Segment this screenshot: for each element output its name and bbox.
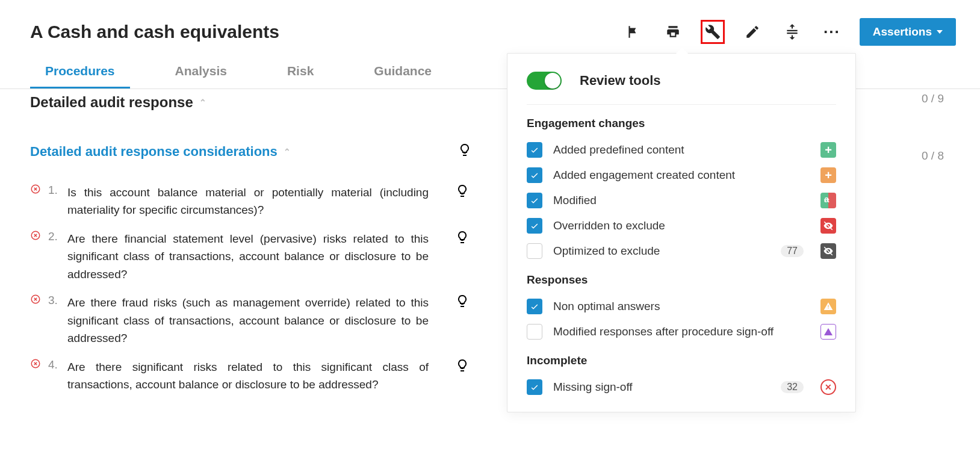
chevron-up-icon: ⌃ xyxy=(284,147,291,157)
edit-icon[interactable] xyxy=(740,20,764,44)
modified-icon xyxy=(820,193,836,208)
filter-option[interactable]: Missing sign-off 32 xyxy=(527,374,836,400)
chevron-up-icon: ⌃ xyxy=(199,98,206,107)
required-icon xyxy=(30,358,41,369)
subsection-count: 0 / 8 xyxy=(922,149,944,163)
option-label: Non optimal answers xyxy=(553,300,810,313)
bulb-icon[interactable] xyxy=(455,358,470,375)
checkbox[interactable] xyxy=(527,299,542,314)
eye-slash-icon xyxy=(820,243,836,259)
tab-procedures[interactable]: Procedures xyxy=(30,58,130,89)
group-title: Engagement changes xyxy=(527,117,836,130)
page-title: A Cash and cash equivalents xyxy=(30,22,279,42)
option-label: Modified xyxy=(553,194,810,207)
review-tools-panel: Review tools Engagement changes Added pr… xyxy=(507,53,856,412)
checkbox[interactable] xyxy=(527,379,542,395)
section-count: 0 / 9 xyxy=(922,92,944,105)
option-label: Optimized to exclude xyxy=(553,244,770,258)
tools-icon[interactable] xyxy=(701,20,725,44)
filter-option[interactable]: Added engagement created content + xyxy=(527,163,836,188)
tab-risk[interactable]: Risk xyxy=(272,58,329,89)
checkbox[interactable] xyxy=(527,243,542,259)
checkbox[interactable] xyxy=(527,193,542,208)
flag-icon[interactable] xyxy=(621,20,645,44)
more-icon[interactable]: ··· xyxy=(820,20,844,44)
print-icon[interactable] xyxy=(661,20,685,44)
warning-icon xyxy=(820,299,836,314)
filter-option[interactable]: Non optimal answers xyxy=(527,294,836,319)
bulb-icon[interactable] xyxy=(457,143,472,161)
triangle-icon xyxy=(820,324,836,340)
x-circle-icon xyxy=(820,379,836,395)
option-label: Added engagement created content xyxy=(553,169,810,182)
section-title: Detailed audit response xyxy=(30,94,193,111)
compress-icon[interactable] xyxy=(780,20,804,44)
checkbox[interactable] xyxy=(527,142,542,158)
review-tools-toggle[interactable] xyxy=(527,72,562,90)
assertions-button[interactable]: Assertions xyxy=(860,18,956,46)
plus-icon: + xyxy=(820,142,836,158)
option-label: Modified responses after procedure sign-… xyxy=(553,325,810,338)
question-number: 1. xyxy=(48,184,60,197)
required-icon xyxy=(30,294,41,305)
filter-option[interactable]: Modified xyxy=(527,188,836,213)
count-badge: 32 xyxy=(781,381,804,393)
required-icon xyxy=(30,184,41,194)
group-title: Incomplete xyxy=(527,354,836,367)
bulb-icon[interactable] xyxy=(455,230,470,247)
option-label: Missing sign-off xyxy=(553,380,770,394)
panel-title: Review tools xyxy=(580,73,660,89)
bulb-icon[interactable] xyxy=(455,184,470,200)
eye-slash-icon xyxy=(820,218,836,234)
filter-option[interactable]: Optimized to exclude 77 xyxy=(527,238,836,264)
question-number: 2. xyxy=(48,230,60,243)
question-number: 4. xyxy=(48,358,60,371)
assertions-label: Assertions xyxy=(873,25,932,39)
toolbar: ··· Assertions xyxy=(621,18,956,46)
bulb-icon[interactable] xyxy=(455,294,470,311)
chevron-down-icon xyxy=(937,30,943,34)
question-text: Are there financial statement level (per… xyxy=(67,230,429,283)
filter-option[interactable]: Overridden to exclude xyxy=(527,213,836,238)
question-text: Are there significant risks related to t… xyxy=(67,358,429,394)
tab-guidance[interactable]: Guidance xyxy=(359,58,447,89)
filter-option[interactable]: Modified responses after procedure sign-… xyxy=(527,319,836,344)
required-icon xyxy=(30,230,41,241)
option-label: Overridden to exclude xyxy=(553,219,810,232)
filter-option[interactable]: Added predefined content + xyxy=(527,137,836,163)
subsection-title: Detailed audit response considerations xyxy=(30,144,278,160)
question-number: 3. xyxy=(48,294,60,307)
plus-icon: + xyxy=(820,167,836,183)
tab-analysis[interactable]: Analysis xyxy=(160,58,242,89)
group-title: Responses xyxy=(527,273,836,287)
checkbox[interactable] xyxy=(527,218,542,234)
checkbox[interactable] xyxy=(527,167,542,183)
question-text: Is this account balance material or pote… xyxy=(67,184,429,219)
question-text: Are there fraud risks (such as managemen… xyxy=(67,294,429,347)
checkbox[interactable] xyxy=(527,324,542,340)
option-label: Added predefined content xyxy=(553,143,810,157)
count-badge: 77 xyxy=(781,245,804,257)
